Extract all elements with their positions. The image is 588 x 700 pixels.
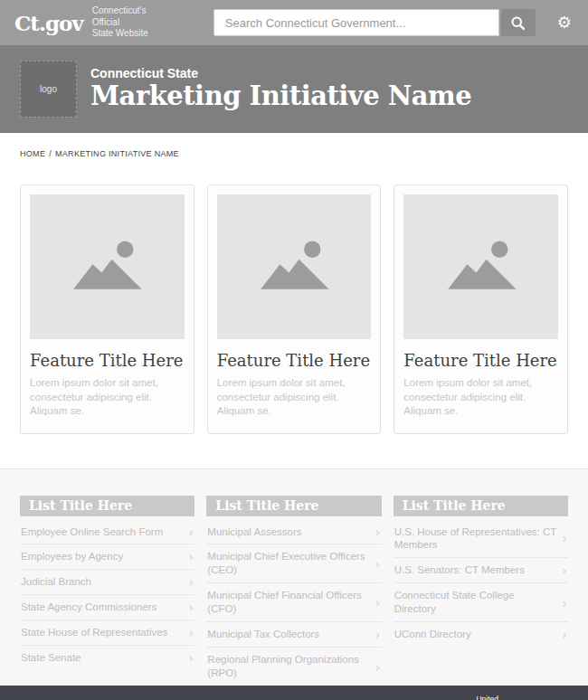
gear-icon[interactable]: ⚙ [557,14,572,31]
link-list-1: List Title Here Employee Online Search F… [20,496,194,686]
feature-image-placeholder [403,194,558,339]
chevron-right-icon: › [189,526,193,538]
list-item-label: Employees by Agency [21,550,123,563]
breadcrumb-separator: / [49,149,52,158]
list-item-label: U.S. Senators: CT Members [394,563,525,577]
chevron-right-icon: › [189,627,193,639]
list-item-label: UConn Directory [394,628,471,641]
breadcrumb: HOME / MARKETING INITIATIVE NAME [0,133,588,158]
features-section: Feature Title Here Lorem ipsum dolor sit… [0,158,588,434]
chevron-right-icon: › [563,564,566,576]
feature-card[interactable]: Feature Title Here Lorem ipsum dolor sit… [394,184,568,434]
chevron-right-icon: › [189,601,193,613]
chevron-right-icon: › [375,629,379,640]
image-placeholder-icon [65,235,148,298]
site-tagline-line2: State Website [92,28,174,40]
feature-description: Lorem ipsum dolor sit amet, consectetur … [30,376,185,419]
ctgov-logo[interactable]: Ct.gov Connecticut's Official State Webs… [14,5,174,40]
lists-section: List Title Here Employee Online Search F… [0,468,588,686]
list-item-label: Municipal Chief Financial Officers (CFO) [207,589,370,616]
link-list-3: List Title Here U.S. House of Representa… [394,496,568,686]
feature-title: Feature Title Here [30,351,185,370]
search-input[interactable] [213,9,499,36]
language-us-name: United States [476,695,498,700]
list-item[interactable]: Employee Online Search Form › [20,520,194,545]
list-item[interactable]: Regional Planning Organizations (RPO) › [206,648,381,686]
list-item[interactable]: U.S. Senators: CT Members › [394,558,568,583]
list-item[interactable]: Municipal Assessors › [206,520,381,545]
list-item-label: Regional Planning Organizations (RPO) [207,653,370,680]
hero-logo-placeholder: logo [20,61,77,118]
list-item[interactable]: U.S. House of Representatives: CT Member… [394,520,568,559]
list-item[interactable]: Connecticut State College Directory › [394,583,568,622]
chevron-right-icon: › [563,597,566,609]
list-item[interactable]: UConn Directory › [394,622,568,647]
list-item-label: State House of Representatives [21,626,167,639]
list-item-label: Connecticut State College Directory [394,589,557,616]
feature-description: Lorem ipsum dolor sit amet, consectetur … [403,376,558,419]
list-title: List Title Here [394,496,568,516]
list-item-label: State Agency Commissioners [21,601,156,614]
search-icon [510,15,526,31]
list-item-label: Municipal Tax Collectors [207,628,319,641]
list-title: List Title Here [20,496,194,516]
list-title: List Title Here [206,496,381,516]
site-tagline-line1: Connecticut's Official [92,5,174,28]
chevron-right-icon: › [563,533,566,544]
search-bar [213,9,536,36]
list-item-label: Employee Online Search Form [21,525,163,539]
breadcrumb-home-link[interactable]: HOME [20,149,45,158]
image-placeholder-icon [440,235,523,298]
list-item[interactable]: State Agency Commissioners › [20,595,194,620]
top-header: Ct.gov Connecticut's Official State Webs… [0,0,588,45]
feature-description: Lorem ipsum dolor sit amet, consectetur … [217,376,372,419]
list-item[interactable]: Judicial Branch › [20,570,194,595]
chevron-right-icon: › [189,652,193,664]
feature-title: Feature Title Here [403,351,558,370]
list-item[interactable]: State Senate › [20,646,194,670]
image-placeholder-icon [252,235,336,298]
list-item[interactable]: Municipal Tax Collectors › [206,622,381,648]
chevron-right-icon: › [375,661,379,673]
list-item[interactable]: Employees by Agency › [20,544,194,570]
page-title: Marketing Initiative Name [90,81,471,111]
breadcrumb-current: MARKETING INITIATIVE NAME [55,149,179,158]
chevron-right-icon: › [189,576,193,588]
link-list-2: List Title Here Municipal Assessors › Mu… [206,496,381,686]
chevron-right-icon: › [563,629,566,640]
site-tagline: Connecticut's Official State Website [92,5,174,40]
feature-card[interactable]: Feature Title Here Lorem ipsum dolor sit… [207,184,382,434]
feature-image-placeholder [217,194,372,339]
feature-title: Feature Title Here [217,351,372,370]
list-item-label: State Senate [21,651,81,665]
list-item[interactable]: Municipal Chief Executive Officers (CEO)… [206,544,381,583]
hero-banner: logo Connecticut State Marketing Initiat… [0,45,588,133]
search-button[interactable] [501,9,536,36]
chevron-right-icon: › [375,558,379,570]
feature-image-placeholder [30,194,185,339]
feature-card[interactable]: Feature Title Here Lorem ipsum dolor sit… [20,184,194,434]
list-item-label: Judicial Branch [21,575,91,589]
chevron-right-icon: › [375,526,379,538]
footer: POLICIES ACCESSIBILITY ABOUT CT CONTACT … [0,686,588,700]
list-item-label: Municipal Assessors [207,525,301,539]
list-item[interactable]: Municipal Chief Financial Officers (CFO)… [206,583,381,622]
list-item-label: Municipal Chief Executive Officers (CEO) [207,550,370,577]
list-item-label: U.S. House of Representatives: CT Member… [394,525,557,553]
ctgov-logo-text[interactable]: Ct.gov [14,13,83,33]
list-item[interactable]: State House of Representatives › [20,620,194,646]
language-toggle-us[interactable]: United States Full [451,695,498,700]
chevron-right-icon: › [189,551,193,563]
hero-eyebrow: Connecticut State [90,66,471,81]
chevron-right-icon: › [375,597,379,609]
hero-text: Connecticut State Marketing Initiative N… [90,66,471,111]
